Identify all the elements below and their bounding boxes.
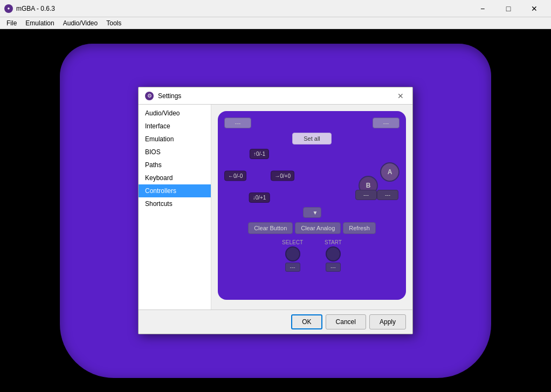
- titlebar: ● mGBA - 0.6.3 − □ ✕: [0, 0, 551, 17]
- sidebar-item-interface[interactable]: Interface: [139, 120, 211, 133]
- select-circle: [285, 246, 300, 262]
- cancel-button[interactable]: Cancel: [326, 314, 366, 329]
- menu-item-audio-video[interactable]: Audio/Video: [59, 18, 102, 28]
- window-controls: − □ ✕: [470, 0, 547, 17]
- sidebar-item-emulation[interactable]: Emulation: [139, 133, 211, 146]
- sidebar-item-controllers[interactable]: Controllers: [139, 184, 211, 197]
- set-all-button[interactable]: Set all: [292, 133, 332, 145]
- top-right-button[interactable]: ---: [373, 118, 400, 128]
- select-mapping-button[interactable]: ---: [285, 263, 300, 272]
- start-mapping-button[interactable]: ---: [326, 263, 341, 272]
- dpad-right-button[interactable]: →0/+0: [271, 171, 294, 181]
- clear-button-btn[interactable]: Clear Button: [248, 222, 293, 234]
- face-b-mapping-button[interactable]: ---: [355, 190, 377, 200]
- minimize-button[interactable]: −: [470, 0, 495, 17]
- close-button[interactable]: ✕: [522, 0, 547, 17]
- dialog-icon: ⚙: [145, 92, 154, 100]
- sidebar-item-shortcuts[interactable]: Shortcuts: [139, 197, 211, 210]
- main-content: --- --- Set all ↑0/-1 ←0/-0 →0/+0 ↓0/+1: [211, 105, 412, 310]
- dpad-left-button[interactable]: ←0/-0: [224, 171, 246, 181]
- controller-select[interactable]: [303, 207, 321, 218]
- ok-button[interactable]: OK: [291, 314, 322, 329]
- maximize-button[interactable]: □: [496, 0, 521, 17]
- sidebar-item-audio-video[interactable]: Audio/Video: [139, 107, 211, 120]
- menu-item-file[interactable]: File: [2, 18, 21, 28]
- dpad-container: ↑0/-1 ←0/-0 →0/+0 ↓0/+1: [224, 149, 294, 203]
- dialog-title: Settings: [158, 92, 395, 100]
- window-title: mGBA - 0.6.3: [16, 5, 470, 12]
- menu-item-tools[interactable]: Tools: [102, 18, 126, 28]
- dialog-footer: OK Cancel Apply: [139, 310, 412, 334]
- face-btn-a-circle[interactable]: A: [380, 162, 400, 182]
- sidebar: Audio/VideoInterfaceEmulationBIOSPathsKe…: [139, 105, 211, 310]
- apply-button[interactable]: Apply: [369, 314, 406, 329]
- start-label: START: [325, 239, 342, 245]
- select-wrapper: ▼: [303, 207, 321, 218]
- start-select-area: SELECT --- START ---: [224, 239, 400, 272]
- menubar: FileEmulationAudio/VideoTools: [0, 17, 551, 29]
- select-group: SELECT ---: [282, 239, 303, 272]
- settings-dialog: ⚙ Settings ✕ Audio/VideoInterfaceEmulati…: [138, 87, 413, 334]
- dialog-body: Audio/VideoInterfaceEmulationBIOSPathsKe…: [139, 105, 412, 310]
- action-buttons-row: Clear Button Clear Analog Refresh: [224, 222, 400, 234]
- app-icon: ●: [4, 4, 13, 13]
- dpad-down-button[interactable]: ↓0/+1: [249, 192, 270, 203]
- start-circle: [326, 246, 341, 262]
- dialog-close-button[interactable]: ✕: [395, 91, 406, 101]
- face-buttons: A B --- ---: [335, 152, 400, 200]
- face-a-mapping-button[interactable]: ---: [377, 190, 398, 200]
- dialog-overlay: ⚙ Settings ✕ Audio/VideoInterfaceEmulati…: [0, 29, 551, 392]
- sidebar-item-bios[interactable]: BIOS: [139, 146, 211, 159]
- select-label: SELECT: [282, 239, 303, 245]
- menu-item-emulation[interactable]: Emulation: [21, 18, 58, 28]
- clear-analog-btn[interactable]: Clear Analog: [295, 222, 341, 234]
- dpad-section: ↑0/-1 ←0/-0 →0/+0 ↓0/+1 A B --- ---: [224, 149, 400, 203]
- top-left-button[interactable]: ---: [224, 118, 251, 128]
- set-all-area: Set all: [224, 133, 400, 145]
- sidebar-item-paths[interactable]: Paths: [139, 159, 211, 171]
- dialog-titlebar: ⚙ Settings ✕: [139, 87, 412, 105]
- dpad-up-button[interactable]: ↑0/-1: [250, 149, 269, 159]
- dropdown-row: ▼: [224, 207, 400, 218]
- controller-panel: --- --- Set all ↑0/-1 ←0/-0 →0/+0 ↓0/+1: [218, 111, 406, 300]
- sidebar-item-keyboard[interactable]: Keyboard: [139, 171, 211, 184]
- start-group: START ---: [325, 239, 342, 272]
- top-buttons-row: --- ---: [224, 118, 400, 128]
- refresh-button[interactable]: Refresh: [343, 222, 376, 234]
